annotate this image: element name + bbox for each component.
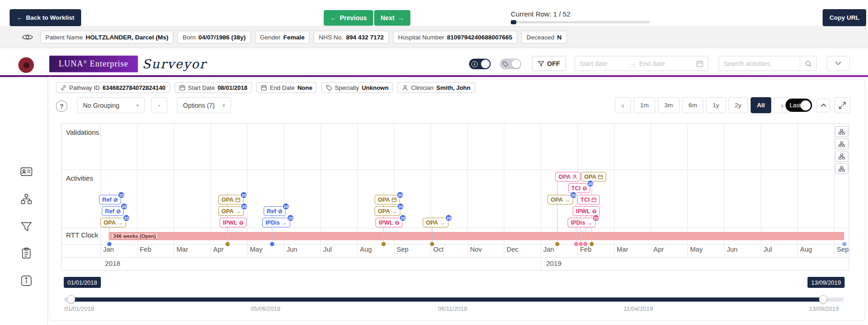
activity-chip-ref[interactable]: Ref⊘10 (99, 195, 121, 204)
event-dot[interactable] (430, 242, 434, 246)
search-icon[interactable] (800, 56, 816, 71)
activity-chip-opa[interactable]: OPA→20 (218, 206, 244, 216)
row-progress-thumb[interactable] (511, 20, 516, 24)
event-dot[interactable] (555, 242, 559, 246)
activity-chip-ipwl[interactable]: IPWL⊖ (220, 218, 247, 227)
range-prev-button[interactable]: ‹ (615, 97, 631, 113)
previous-button[interactable]: ← Previous (324, 10, 373, 26)
activity-chip-opa[interactable]: OPA→20 (100, 218, 126, 227)
month-label: Jan (103, 246, 114, 253)
zoom-range-button-3m[interactable]: 3m (658, 97, 680, 113)
sidebar-item-patient-card[interactable] (19, 164, 33, 179)
fullscreen-button[interactable] (835, 97, 850, 113)
event-dot[interactable] (574, 242, 578, 246)
activity-chip-opa[interactable]: OPA (581, 172, 606, 182)
previous-label: Previous (340, 14, 367, 22)
patient-field: GenderFemale (255, 31, 310, 44)
range-slider-handle-start[interactable] (67, 295, 75, 303)
pathway-field-value: 6346822784072824140 (102, 84, 165, 91)
zoom-range-button-1y[interactable]: 1y (706, 97, 725, 113)
activity-chip-ref[interactable]: Ref⊘20 (264, 206, 286, 216)
event-dot[interactable] (842, 242, 846, 246)
primary-toggle[interactable]: i (469, 59, 491, 69)
zoom-range-button-6m[interactable]: 6m (682, 97, 704, 113)
count-badge: 20 (445, 214, 453, 222)
copy-url-button[interactable]: Copy URL (823, 9, 866, 26)
export-icon: → (282, 220, 287, 226)
count-badge: 20 (586, 180, 594, 187)
collapse-button[interactable]: - (151, 97, 167, 113)
activity-chip-ipdis[interactable]: IPDis→20 (568, 218, 596, 227)
slider-tick-label: 05/06/2018 (250, 305, 280, 312)
event-dot[interactable] (590, 242, 594, 246)
activity-chip-tci[interactable]: TCI (577, 195, 600, 204)
activity-chip-label: OPA (551, 197, 563, 203)
validation-tool-button[interactable] (835, 151, 848, 162)
activity-chip-opa[interactable]: OPA→20 (423, 218, 448, 227)
rtt-clock-bar[interactable]: 346 weeks (Open) (109, 232, 844, 240)
info-icon: i (471, 61, 478, 67)
event-dot[interactable] (381, 242, 386, 246)
collapse-panel-button[interactable] (817, 99, 830, 112)
activity-chip-opa[interactable]: OPA20 (375, 195, 400, 204)
zoom-range-button-2y[interactable]: 2y (729, 97, 748, 113)
end-date-input[interactable] (639, 60, 678, 67)
range-slider-track[interactable] (64, 297, 844, 302)
count-badge: 20 (396, 191, 404, 199)
event-dot[interactable] (107, 242, 111, 246)
patient-field-value: N (557, 34, 562, 41)
calendar-icon (179, 85, 185, 91)
last-toggle[interactable]: Last (785, 99, 812, 112)
next-button[interactable]: Next → (374, 10, 410, 26)
calendar-icon[interactable] (696, 60, 703, 67)
start-date-input[interactable] (580, 60, 625, 67)
activity-chip-label: TCI (571, 185, 581, 192)
date-range-picker[interactable]: → (575, 56, 708, 71)
range-slider-handle-end[interactable] (819, 295, 827, 303)
sidebar-item-filters[interactable] (19, 219, 33, 234)
sidebar-item-tasks[interactable] (19, 246, 33, 260)
activity-chip-ipwl[interactable]: IPWL⊖20 (376, 218, 403, 227)
search-input[interactable] (719, 60, 800, 67)
row-progress-slider[interactable] (511, 21, 650, 23)
grouping-select[interactable]: No Grouping ▾ (77, 97, 145, 113)
app-logo-icon[interactable] (18, 57, 34, 73)
activity-chip-ipdis[interactable]: IPDis→20 (262, 218, 290, 227)
count-badge: 20 (122, 214, 130, 222)
help-icon[interactable]: ? (56, 100, 67, 112)
sidebar-item-pathways[interactable] (19, 192, 33, 206)
next-label: Next (381, 14, 394, 22)
activity-chip-opa[interactable]: OPA→20 (547, 195, 573, 204)
validation-tool-button[interactable] (835, 163, 848, 174)
activity-chip-opa[interactable]: OPA→20 (375, 206, 400, 216)
validation-tool-button[interactable] (835, 126, 848, 137)
sidebar-item-info[interactable] (19, 273, 33, 288)
options-select[interactable]: Options (7) ▾ (177, 97, 231, 113)
chevron-down-icon: ▾ (136, 102, 139, 109)
zoom-range-button-all[interactable]: All (751, 97, 771, 113)
activity-chip-opa[interactable]: OPA (555, 172, 581, 182)
back-to-worklist-button[interactable]: ← Back to Worklist (10, 9, 81, 26)
event-dot[interactable] (583, 242, 587, 246)
event-dot[interactable] (270, 242, 274, 246)
pathway-field: End DateNone (256, 82, 317, 93)
more-options-button[interactable] (827, 56, 850, 71)
removed-icon: ⊖ (239, 220, 243, 226)
eye-icon[interactable] (22, 33, 33, 41)
activity-chip-label: OPA (104, 220, 116, 226)
event-dot[interactable] (579, 242, 583, 246)
month-label: Aug (800, 246, 812, 253)
event-dot[interactable] (226, 242, 230, 246)
activity-chip-ref[interactable]: Ref⊘20 (102, 206, 124, 216)
activity-chip-opa[interactable]: OPA20 (218, 195, 243, 204)
filter-toggle-button[interactable]: OFF (532, 56, 566, 71)
patient-fields: Patient NameHOLTZLANDER, Darcel (Ms)Born… (40, 31, 567, 44)
zoom-range-button-1m[interactable]: 1m (634, 97, 655, 113)
export-icon: → (235, 209, 241, 214)
activity-chip-label: IPWL (576, 208, 590, 215)
month-label: Sep (397, 246, 409, 253)
count-badge: 20 (287, 214, 294, 222)
secondary-toggle[interactable] (500, 59, 521, 69)
year-label: 2018 (105, 259, 120, 267)
validation-tool-button[interactable] (835, 138, 848, 149)
